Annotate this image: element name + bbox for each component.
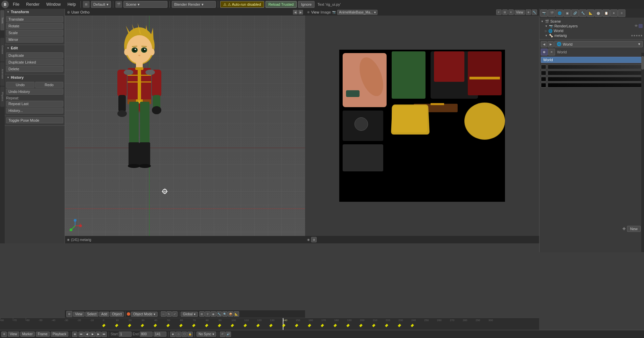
audio-icon[interactable]: 🔊 [226, 332, 231, 337]
color-swatch-4[interactable] [541, 83, 546, 88]
transform-header[interactable]: ▼ Transform [5, 9, 65, 15]
viewport-icon[interactable]: ⊕ [66, 311, 72, 317]
uv-icon-4[interactable]: ⊕ [526, 9, 531, 15]
viewport-canvas[interactable]: X Z Y [65, 16, 305, 236]
uv-icon-3[interactable]: ✕ [508, 9, 514, 15]
redo-button[interactable]: Redo [35, 82, 64, 88]
render-dropdown[interactable]: Blender Render ▾ [172, 1, 216, 8]
extra-icon-4[interactable]: 🔧 [216, 311, 222, 317]
ignore-button[interactable]: Ignore [298, 1, 315, 8]
marker-btn[interactable]: Marker [20, 332, 35, 337]
world-nav-back[interactable]: ◀ [541, 41, 547, 47]
uv-icon-5[interactable]: 🔧 [532, 9, 537, 15]
extra-icon-7[interactable]: 📐 [234, 311, 239, 317]
outliner-scene[interactable]: ▼ 🎬 Scene [541, 19, 643, 24]
world-dropdown-btn[interactable]: 🌐 World ▾ [554, 41, 643, 47]
uv-image-dropdown[interactable]: AnimeMaleBase_Ma... ▾ [337, 10, 377, 15]
uv-view-btn2[interactable]: View [514, 10, 525, 15]
color-swatch-2[interactable] [541, 71, 546, 75]
layout-dropdown[interactable]: Default ▾ [91, 1, 111, 8]
no-sync-dropdown[interactable]: No Sync ▾ [197, 332, 216, 337]
play-jump-end[interactable]: ⏭ [101, 332, 107, 337]
world-tab-1[interactable]: ⊕ [541, 49, 548, 55]
color-bar-4[interactable] [548, 83, 643, 88]
play-prev-frame[interactable]: ◀ [84, 332, 90, 337]
scale-button[interactable]: Scale [6, 30, 63, 36]
menu-help[interactable]: Help [65, 1, 78, 7]
world-name-field[interactable]: World [541, 57, 643, 63]
layout-icon[interactable]: ⊞ [83, 1, 90, 8]
keyframe-icon-2[interactable]: ◇ [176, 332, 181, 337]
color-swatch-1[interactable] [541, 65, 546, 69]
uv-view-btn[interactable]: View [311, 10, 319, 14]
rotate-button[interactable]: Rotate [6, 23, 63, 29]
uv-mode-icon[interactable]: ⊞ [311, 237, 317, 242]
extra-icon-3[interactable]: ◉ [211, 311, 216, 317]
autorun-warning[interactable]: ⚠ ⚠ Auto-run disabled [220, 1, 264, 8]
global-dropdown[interactable]: Global ▾ [181, 312, 198, 317]
uv-icon-1[interactable]: F [496, 9, 502, 15]
rl-btn[interactable] [639, 24, 643, 28]
outliner-world[interactable]: ▷ 🌐 World [541, 28, 643, 33]
playback-btn[interactable]: Playback [51, 332, 69, 337]
props-tab-render[interactable]: 📷 [540, 9, 548, 17]
play-button[interactable]: ▶ [90, 332, 95, 337]
object-mode-dropdown[interactable]: Object Mode ▾ [131, 312, 158, 317]
translate-button[interactable]: Translate [6, 16, 63, 22]
menu-file[interactable]: File [10, 1, 22, 7]
world-nav-fwd[interactable]: ▶ [548, 41, 554, 47]
props-scrollbar[interactable] [641, 53, 644, 252]
loop-icon[interactable]: ↺ [220, 332, 225, 337]
props-tab-texture[interactable]: 📋 [602, 9, 610, 17]
color-bar-2[interactable] [548, 71, 643, 75]
viewport-toggle-btn[interactable]: ◀ [293, 10, 298, 15]
keyframe-icon-3[interactable]: ⬡ [182, 332, 187, 337]
toggle-pose-button[interactable]: Toggle Pose Mode [6, 117, 63, 123]
world-tab-2[interactable]: ✕ [548, 49, 555, 55]
extra-icon-2[interactable]: ⚲ [205, 311, 210, 317]
xform-icon-1[interactable]: ↔ [161, 311, 166, 317]
props-tab-particles[interactable]: ✦ [610, 9, 618, 17]
color-bar-1[interactable] [548, 65, 643, 69]
reload-trusted-button[interactable]: Reload Trusted [266, 1, 297, 8]
view-menu-btn[interactable]: View [73, 312, 85, 317]
play-jump-start[interactable]: ⏮ [78, 332, 84, 337]
props-tab-scene[interactable]: 🎬 [548, 9, 555, 17]
tab-animate[interactable]: Animate [0, 62, 4, 86]
extra-icon-6[interactable]: 📦 [228, 311, 233, 317]
keyframe-icon-4[interactable]: 🔒 [187, 332, 193, 337]
mirror-button[interactable]: Mirror [6, 37, 63, 43]
menu-window[interactable]: Window [44, 1, 64, 7]
start-frame-input[interactable] [119, 332, 132, 337]
extra-icon-1[interactable]: ⊞ [199, 311, 205, 317]
add-menu-btn[interactable]: Add [99, 312, 109, 317]
tab-physics[interactable]: Physics [0, 87, 4, 107]
duplicate-linked-button[interactable]: Duplicate Linked [6, 59, 63, 65]
undo-history-button[interactable]: Undo History [6, 89, 63, 95]
delete-button[interactable]: Delete [6, 66, 63, 72]
tab-grease[interactable]: Grease [0, 38, 4, 62]
current-frame-input[interactable] [154, 332, 166, 337]
props-tab-data[interactable]: 📐 [587, 9, 594, 17]
keyframe-icon-1[interactable]: ◆ [170, 332, 176, 337]
extra-icon-5[interactable]: 🔍 [222, 311, 228, 317]
color-swatch-3[interactable] [541, 77, 546, 81]
props-scrollbar-thumb[interactable] [641, 56, 644, 70]
view-bottom-btn[interactable]: View [8, 332, 19, 337]
props-tab-world[interactable]: 🌐 [556, 9, 563, 17]
props-tab-modifiers[interactable]: 🔧 [579, 9, 586, 17]
duplicate-button[interactable]: Duplicate [6, 52, 63, 58]
xform-icon-2[interactable]: ↻ [166, 311, 172, 317]
scene-dropdown[interactable]: Scene ▾ [123, 1, 167, 8]
history-dots-button[interactable]: History... [6, 107, 63, 114]
object-menu-btn[interactable]: Object [110, 312, 124, 317]
props-tab-constraints[interactable]: 🔗 [571, 9, 579, 17]
history-header[interactable]: ▼ History [5, 74, 65, 80]
uv-canvas[interactable] [305, 16, 539, 236]
menu-render[interactable]: Render [23, 1, 42, 7]
tab-tools[interactable]: Tools [0, 10, 4, 30]
props-tab-material[interactable]: ⬤ [595, 9, 602, 17]
uv-icon-2[interactable]: ⊞ [502, 9, 508, 15]
viewport-maximize-btn[interactable]: ▶ [298, 10, 303, 15]
repeat-last-button[interactable]: Repeat Last [6, 101, 63, 107]
